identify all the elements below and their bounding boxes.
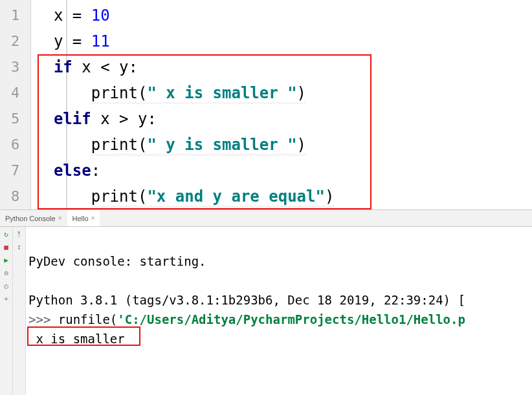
close-icon[interactable]: × bbox=[58, 215, 62, 222]
console-output[interactable]: PyDev console: starting. Python 3.8.1 (t… bbox=[26, 227, 532, 395]
code-area[interactable]: x = 10 y = 11 if x < y: print(" x is sma… bbox=[31, 0, 532, 209]
line-number: 4 bbox=[0, 80, 30, 106]
code-line[interactable]: print("x and y are equal") bbox=[35, 184, 532, 209]
history-icon[interactable]: ◴ bbox=[2, 281, 11, 290]
code-line[interactable]: y = 11 bbox=[35, 28, 532, 54]
line-number: 6 bbox=[0, 132, 30, 158]
play-icon[interactable]: ▶ bbox=[2, 255, 11, 264]
line-number: 2 bbox=[0, 28, 30, 54]
code-line[interactable]: elif x > y: bbox=[35, 106, 532, 132]
tab-label: Hello bbox=[72, 215, 89, 222]
stop-icon[interactable]: ■ bbox=[2, 242, 11, 251]
line-number: 3 bbox=[0, 54, 30, 80]
line-number: 8 bbox=[0, 184, 30, 209]
line-number: 1 bbox=[0, 3, 30, 28]
new-console-icon[interactable]: + bbox=[2, 294, 11, 303]
tab-hello[interactable]: Hello× bbox=[67, 210, 100, 226]
line-number: 5 bbox=[0, 106, 30, 132]
console-tabs: Python Console×Hello× bbox=[0, 210, 532, 227]
code-line[interactable]: x = 10 bbox=[35, 3, 532, 28]
console-line-start: PyDev console: starting. bbox=[28, 254, 206, 268]
settings-icon[interactable]: ⚙ bbox=[2, 268, 11, 277]
tab-label: Python Console bbox=[5, 215, 56, 222]
tab-python-console[interactable]: Python Console× bbox=[0, 210, 67, 226]
code-line[interactable]: else: bbox=[35, 158, 532, 184]
soft-wrap-icon[interactable]: ↧ bbox=[15, 242, 24, 251]
line-number-gutter: 12345678 bbox=[0, 0, 31, 209]
close-icon[interactable]: × bbox=[91, 215, 95, 222]
code-line[interactable]: if x < y: bbox=[35, 54, 532, 80]
console-line-version: Python 3.8.1 (tags/v3.8.1:1b293b6, Dec 1… bbox=[28, 293, 465, 307]
console-program-output: x is smaller bbox=[28, 332, 132, 346]
runfile-path: 'C:/Users/Aditya/PycharmProjects/Hello1/… bbox=[117, 312, 465, 326]
editor-pane: 12345678 x = 10 y = 11 if x < y: print("… bbox=[0, 0, 532, 209]
console-prompt: >>> bbox=[28, 312, 58, 326]
runfile-call: runfile( bbox=[58, 312, 118, 326]
console-wrap: ↻ ■ ▶ ⚙ ◴ + ⭱ ↧ PyDev console: starting.… bbox=[0, 227, 532, 395]
scroll-top-icon[interactable]: ⭱ bbox=[15, 230, 24, 239]
console-toolbar-col2: ⭱ ↧ bbox=[13, 227, 26, 395]
console-toolbar-col1: ↻ ■ ▶ ⚙ ◴ + bbox=[0, 227, 13, 395]
rerun-icon[interactable]: ↻ bbox=[2, 230, 11, 239]
code-line[interactable]: print(" y is smaller ") bbox=[35, 132, 532, 158]
line-number: 7 bbox=[0, 158, 30, 184]
code-line[interactable]: print(" x is smaller ") bbox=[35, 80, 532, 106]
